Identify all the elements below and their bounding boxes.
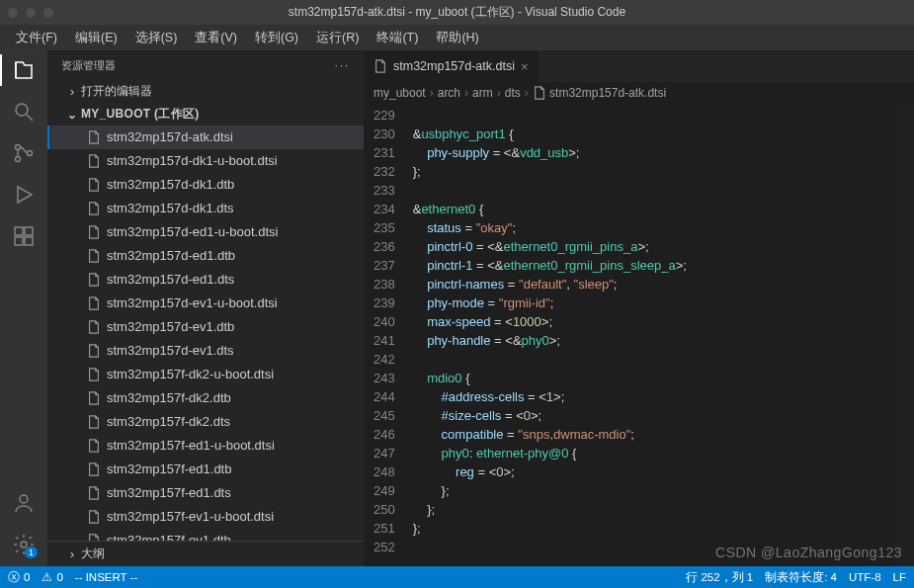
file-label: stm32mp157d-ed1.dts [107,270,234,290]
code-content[interactable]: &usbphyc_port1 { phy-supply = <&vdd_usb>… [409,104,914,566]
file-list: stm32mp157d-atk.dtsistm32mp157d-dk1-u-bo… [47,126,364,541]
file-label: stm32mp157f-ev1.dtb [107,531,231,541]
file-item[interactable]: stm32mp157f-ed1.dtb [47,458,364,481]
editor-tabs: stm32mp157d-atk.dtsi × [364,50,914,82]
breadcrumb-item[interactable]: stm32mp157d-atk.dtsi [533,86,666,101]
file-label: stm32mp157d-ev1.dtb [107,317,234,337]
svg-point-0 [16,104,28,116]
file-label: stm32mp157f-ev1-u-boot.dtsi [107,507,274,527]
problems-warnings[interactable]: ⚠ 0 [42,570,62,584]
encoding[interactable]: UTF-8 [849,571,881,583]
chevron-right-icon: › [67,85,77,99]
file-item[interactable]: stm32mp157f-dk2-u-boot.dtsi [47,363,364,386]
chevron-right-icon: › [67,547,77,561]
open-editors-section[interactable]: › 打开的编辑器 [47,80,364,103]
sidebar-title: 资源管理器 ··· [47,50,364,80]
vim-mode: -- INSERT -- [75,571,137,583]
window-buttons [8,8,53,18]
file-icon [87,486,101,500]
file-item[interactable]: stm32mp157d-ev1.dtb [47,315,364,339]
file-item[interactable]: stm32mp157d-ev1-u-boot.dtsi [47,292,364,315]
svg-point-3 [28,151,33,156]
breadcrumb-item[interactable]: my_uboot [374,86,426,100]
file-icon [87,320,101,334]
file-item[interactable]: stm32mp157d-atk.dtsi [47,126,364,149]
breadcrumb-item[interactable]: arch [438,86,460,100]
more-actions-icon[interactable]: ··· [335,59,350,71]
menu-item[interactable]: 文件(F) [8,28,65,48]
file-label: stm32mp157d-atk.dtsi [107,127,233,147]
tab-size[interactable]: 制表符长度: 4 [765,570,837,585]
open-editors-label: 打开的编辑器 [81,83,152,100]
chevron-down-icon: ⌄ [67,108,77,122]
tab-active[interactable]: stm32mp157d-atk.dtsi × [364,50,540,82]
problems-errors[interactable]: ⓧ 0 [8,570,30,585]
file-label: stm32mp157d-ev1.dts [107,341,234,361]
file-item[interactable]: stm32mp157f-ev1.dtb [47,529,364,541]
file-item[interactable]: stm32mp157f-dk2.dtb [47,386,364,410]
file-label: stm32mp157d-ev1-u-boot.dtsi [107,294,278,313]
breadcrumb-item[interactable]: arm [472,86,493,100]
explorer-label: 资源管理器 [61,58,116,73]
file-item[interactable]: stm32mp157d-ed1.dts [47,268,364,292]
file-item[interactable]: stm32mp157d-ed1-u-boot.dtsi [47,220,364,244]
file-label: stm32mp157f-dk2-u-boot.dtsi [107,365,274,384]
extensions-icon[interactable] [12,224,36,248]
account-icon[interactable] [12,491,36,515]
outline-section[interactable]: › 大纲 [47,541,364,566]
file-item[interactable]: stm32mp157f-ev1-u-boot.dtsi [47,505,364,529]
close-icon[interactable]: × [521,59,529,74]
svg-point-8 [20,495,28,503]
svg-rect-6 [15,237,23,245]
svg-rect-5 [25,227,33,235]
menu-item[interactable]: 终端(T) [369,28,426,48]
file-label: stm32mp157d-ed1.dtb [107,246,235,266]
file-label: stm32mp157f-ed1.dtb [107,460,231,479]
menu-item[interactable]: 查看(V) [187,28,245,48]
file-icon [87,130,101,144]
window-close[interactable] [8,8,18,18]
tab-label: stm32mp157d-atk.dtsi [393,59,515,73]
menu-item[interactable]: 选择(S) [127,28,186,48]
file-item[interactable]: stm32mp157d-dk1-u-boot.dtsi [47,149,364,173]
eol[interactable]: LF [893,571,906,583]
menu-item[interactable]: 运行(R) [308,28,367,48]
window-max[interactable] [43,8,53,18]
file-item[interactable]: stm32mp157d-ev1.dts [47,339,364,363]
file-icon [87,178,101,192]
code-editor[interactable]: 2292302312322332342352362372382392402412… [364,104,914,566]
file-item[interactable]: stm32mp157d-ed1.dtb [47,244,364,268]
file-item[interactable]: stm32mp157f-ed1.dts [47,481,364,505]
search-icon[interactable] [12,100,36,124]
title-bar: stm32mp157d-atk.dtsi - my_uboot (工作区) - … [0,0,914,25]
cursor-position[interactable]: 行 252，列 1 [686,570,753,585]
file-icon [87,225,101,239]
minimap[interactable] [894,104,914,566]
file-icon [87,296,101,310]
file-label: stm32mp157d-dk1-u-boot.dtsi [107,151,278,171]
file-icon [87,534,101,541]
line-gutter: 2292302312322332342352362372382392402412… [364,104,409,566]
file-item[interactable]: stm32mp157d-dk1.dtb [47,173,364,197]
settings-gear-icon[interactable]: 1 [12,533,36,556]
source-control-icon[interactable] [12,141,36,165]
file-item[interactable]: stm32mp157f-ed1-u-boot.dtsi [47,434,364,458]
breadcrumb-item[interactable]: dts [505,86,521,100]
file-icon [87,462,101,476]
svg-rect-4 [15,227,23,235]
menu-item[interactable]: 转到(G) [247,28,306,48]
file-item[interactable]: stm32mp157f-dk2.dts [47,410,364,434]
file-item[interactable]: stm32mp157d-dk1.dts [47,197,364,220]
explorer-icon[interactable] [12,58,36,82]
run-debug-icon[interactable] [12,183,36,207]
workspace-root-section[interactable]: ⌄ MY_UBOOT (工作区) [47,103,364,126]
menu-item[interactable]: 编辑(E) [67,28,125,48]
file-icon [87,415,101,429]
menu-item[interactable]: 帮助(H) [428,28,486,48]
breadcrumbs[interactable]: my_uboot›arch›arm›dts› stm32mp157d-atk.d… [364,82,914,104]
svg-point-2 [16,157,21,162]
file-icon [87,202,101,215]
window-min[interactable] [26,8,36,18]
file-label: stm32mp157d-ed1-u-boot.dtsi [107,222,278,242]
settings-badge: 1 [25,546,38,558]
